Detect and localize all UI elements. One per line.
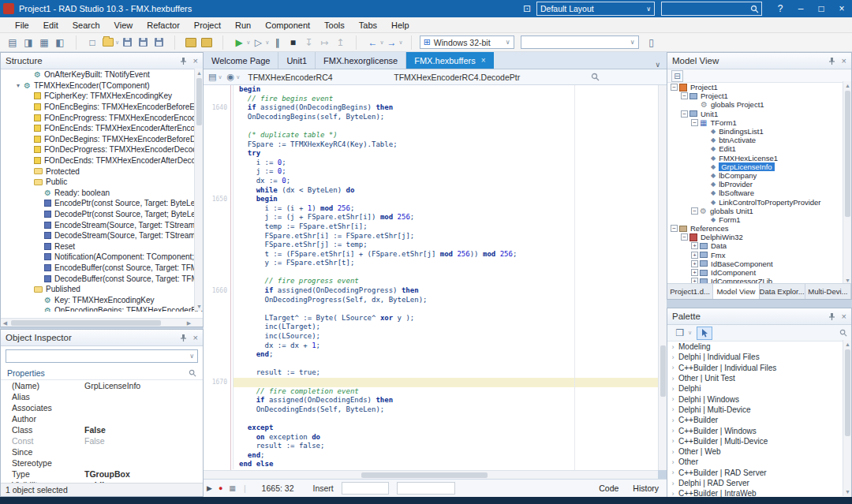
chevron-down-icon[interactable]: ∨	[246, 39, 250, 46]
run-until-return-icon[interactable]: ↥	[333, 35, 347, 50]
palette-category[interactable]: ›Delphi | Individual Files	[667, 352, 851, 362]
code-line[interactable]: 1660 if assigned(OnDecodingProgress) the…	[204, 286, 658, 296]
editor-tab-fmx-hexorglicense[interactable]: FMX.hexorglicense	[316, 52, 406, 69]
tree-item[interactable]: +Fmx	[667, 251, 851, 259]
pin-icon[interactable]	[828, 312, 835, 321]
breadcrumb-class[interactable]: TFMXHexEncoderRC4	[248, 73, 394, 82]
code-line[interactable]: // fire begins event	[204, 95, 658, 104]
code-line[interactable]: OnDecodingBegins(self, ByteLen);	[204, 113, 658, 122]
tree-item[interactable]: FOnDecBegins: TFMXHexEncoderBeforeDecode…	[1, 134, 203, 145]
code-line[interactable]: try	[204, 149, 658, 159]
pin-icon[interactable]	[828, 57, 835, 65]
chevron-down-icon[interactable]: ∨	[115, 39, 119, 46]
editor-tab-fmx-hexbuffers[interactable]: FMX.hexbuffers×	[406, 52, 493, 69]
tree-item[interactable]: FOnDecEnds: TFMXHexEncoderAfterDecodeEve…	[1, 155, 203, 166]
model-view-vscrollbar[interactable]: ▲ ▼	[843, 81, 851, 285]
chevron-down-icon[interactable]: ∨	[236, 74, 240, 80]
code-line[interactable]: 1650 begin	[204, 195, 658, 204]
code-line[interactable]	[204, 121, 658, 131]
tree-item[interactable]: ◆BindingsList1	[667, 127, 851, 136]
class-navigation-icon[interactable]: ▤	[208, 72, 216, 82]
dock-tab-multi-devi-[interactable]: Multi-Devi...	[805, 284, 851, 299]
inspector-row[interactable]: Author	[1, 413, 203, 424]
save-all-icon[interactable]	[136, 35, 150, 50]
add-to-project-icon[interactable]	[184, 35, 198, 50]
menu-item-file[interactable]: File	[8, 17, 36, 33]
tree-expander[interactable]: −	[671, 84, 678, 91]
code-line[interactable]	[204, 268, 658, 278]
device-manager-icon[interactable]: ▯	[645, 35, 659, 50]
tree-item[interactable]: −Project1	[667, 91, 851, 100]
save-as-icon[interactable]	[151, 35, 166, 50]
tree-item[interactable]: Protected	[1, 166, 203, 177]
inspector-row[interactable]: (Name)GrpLicenseInfo	[1, 380, 203, 391]
code-line[interactable]: dx := dx + 1;	[204, 342, 658, 351]
palette-category[interactable]: ›C++Builder | Individual Files	[667, 363, 851, 373]
pin-icon[interactable]	[180, 334, 187, 342]
pause-icon[interactable]: ∥	[270, 35, 284, 50]
editor-tab-welcome-page[interactable]: Welcome Page	[204, 52, 278, 69]
ide-search-input[interactable]	[661, 2, 762, 16]
code-line[interactable]: j := 0;	[204, 167, 658, 177]
chevron-down-icon[interactable]: ∨	[265, 39, 269, 46]
chevron-down-icon[interactable]: ∨	[379, 39, 383, 46]
tree-item[interactable]: FOnEncEnds: TFMXHexEncoderAfterEncodeEve…	[1, 123, 203, 134]
help-button[interactable]: ?	[770, 0, 790, 17]
menu-item-run[interactable]: Run	[228, 17, 258, 33]
code-line[interactable]: begin	[204, 85, 658, 95]
run-icon[interactable]: ▶	[232, 35, 246, 50]
tab-properties[interactable]: Properties	[7, 368, 45, 378]
inspector-row[interactable]: TypeTGroupBox	[1, 469, 203, 480]
tree-item[interactable]: ◆btnActivate	[667, 136, 851, 144]
tree-item[interactable]: +IdComponent	[667, 268, 851, 277]
tree-item[interactable]: FOnEncProgress: TFMXHexEncoderEncodeProg…	[1, 112, 203, 123]
code-line[interactable]: on exception do	[204, 433, 658, 442]
tree-item[interactable]: Notification(AComponent: TComponent; Ope…	[1, 252, 203, 263]
tree-item[interactable]: ◆Edit1	[667, 144, 851, 153]
tree-item[interactable]: DecodeBuffer(const Source, Target: TFMXH…	[1, 273, 203, 284]
ide-options-icon[interactable]: ◧	[53, 35, 67, 50]
structure-hscrollbar[interactable]: ◀ ▶	[1, 318, 203, 327]
tree-item[interactable]: +Data	[667, 241, 851, 250]
categories-icon[interactable]: ❒	[672, 327, 688, 340]
pause-macro-icon[interactable]: ▦	[229, 484, 236, 492]
code-line[interactable]: while (dx < ByteLen) do	[204, 186, 658, 196]
forward-icon[interactable]: →	[385, 35, 399, 50]
palette-category[interactable]: ›C++Builder | Windows	[667, 425, 851, 435]
code-line[interactable]: temp := FSpare.etShr[i];	[204, 222, 658, 232]
menu-item-component[interactable]: Component	[258, 17, 317, 33]
remove-from-project-icon[interactable]	[200, 35, 214, 50]
palette-category[interactable]: ›Other | Unit Test	[667, 373, 851, 383]
search-icon[interactable]	[591, 73, 600, 81]
tree-expander[interactable]: −	[681, 92, 688, 99]
tree-item[interactable]: ◆lbSoftware	[667, 189, 851, 197]
tree-item[interactable]: −Unit1	[667, 110, 851, 118]
inspector-row[interactable]: ConstFalse	[1, 435, 203, 446]
close-icon[interactable]: ×	[193, 56, 198, 65]
tree-item[interactable]: ◆lbCompany	[667, 171, 851, 180]
back-icon[interactable]: ←	[365, 35, 379, 50]
tree-item[interactable]: FCipherKey: TFMXHexEncodingKey	[1, 91, 203, 102]
inspector-row[interactable]: ClassFalse	[1, 424, 203, 435]
dock-tab-data-explor-[interactable]: Data Explor...	[760, 284, 805, 299]
desktop-layout-combo[interactable]: Default Layout ∨	[536, 2, 655, 16]
tree-expander[interactable]: +	[691, 260, 698, 267]
tree-item[interactable]: −⚙globals Unit1	[667, 207, 851, 215]
tree-item[interactable]: DecodePtr(const Source, Target; ByteLen:…	[1, 209, 203, 220]
trace-into-icon[interactable]: ↧	[301, 35, 316, 50]
palette-category[interactable]: ›Other | Web	[667, 446, 851, 457]
diagram-mode-icon[interactable]: ⊟	[671, 70, 683, 82]
palette-category[interactable]: ›Other	[667, 457, 851, 467]
tree-item[interactable]: ◆FMXHexLicense1	[667, 154, 851, 162]
component-selector-combo[interactable]: ∨	[6, 349, 198, 363]
tree-expander[interactable]: +	[691, 252, 698, 259]
menu-item-refactor[interactable]: Refactor	[140, 17, 187, 33]
palette-vscrollbar[interactable]: ▲ ▼	[843, 340, 851, 496]
palette-category[interactable]: ›Delphi | Multi-Device	[667, 405, 851, 415]
palette-category[interactable]: ›C++Builder | RAD Server	[667, 468, 851, 478]
open-project-icon[interactable]	[101, 35, 115, 50]
maximize-button[interactable]: □	[811, 0, 831, 17]
tree-item[interactable]: +IdBaseComponent	[667, 259, 851, 268]
code-line[interactable]: inc(LSource);	[204, 332, 658, 342]
code-line[interactable]: i := (i + 1) mod 256;	[204, 204, 658, 214]
